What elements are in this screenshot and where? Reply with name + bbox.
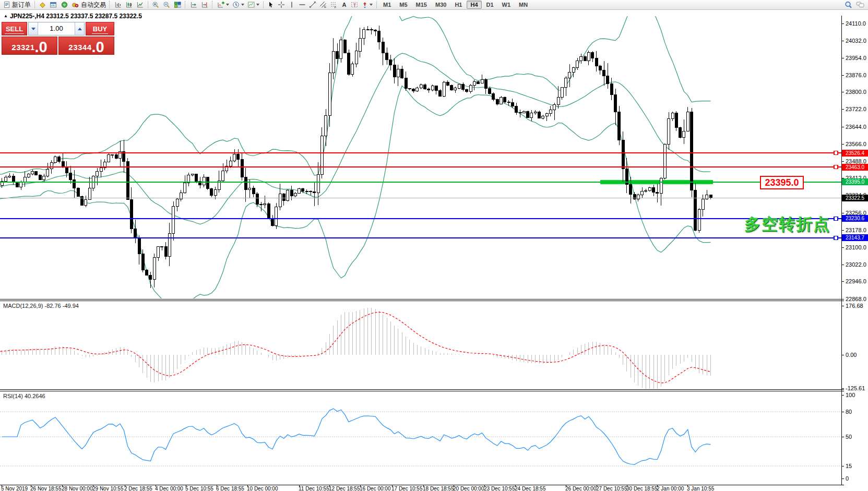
- bar-chart-icon[interactable]: [113, 1, 123, 9]
- time-axis-label: 6 Dec 18:55: [216, 486, 244, 491]
- equidistant-channel-icon[interactable]: E: [318, 1, 328, 9]
- crosshair-icon[interactable]: [277, 1, 286, 9]
- new-order-button[interactable]: 新订单: [2, 1, 32, 9]
- time-axis-label: 24 Dec 18:55: [515, 486, 546, 491]
- timeframe-button-MN[interactable]: MN: [515, 1, 531, 9]
- dropdown-caret-icon: [256, 4, 259, 6]
- main-toolbar: 新订单 自动交易 E F A T M1M5M15M30H1H4D1W1MN: [0, 0, 868, 10]
- candlestick-chart-icon[interactable]: [124, 1, 134, 9]
- caret-down-icon: [31, 28, 35, 30]
- zoom-in-icon[interactable]: [151, 1, 161, 9]
- toolbar-grip: [185, 1, 187, 8]
- periods-button[interactable]: [231, 1, 245, 9]
- toolbar-separator: [148, 1, 148, 8]
- buy-price-int: 23344: [68, 43, 91, 51]
- toolbar-grip: [109, 1, 111, 8]
- timeframe-button-W1[interactable]: W1: [498, 1, 515, 9]
- zoom-out-icon[interactable]: [162, 1, 172, 9]
- time-axis-label: 18 Dec 18:55: [423, 486, 454, 491]
- dropdown-caret-icon: [241, 4, 244, 6]
- svg-text:F: F: [335, 6, 337, 9]
- price-axis-labels: 24110.024032.023954.023876.023800.023722…: [846, 20, 866, 482]
- market-watch-icon[interactable]: [49, 1, 58, 9]
- time-axis-label: 27 Dec 10:55: [596, 486, 627, 491]
- text-icon[interactable]: A: [339, 1, 349, 9]
- auto-scroll-icon[interactable]: [189, 1, 199, 9]
- timeframe-button-M30[interactable]: M30: [432, 1, 450, 9]
- trade-panel-price-row: 23321.0 23344.0: [2, 37, 114, 55]
- price-callout-label[interactable]: 23395.0: [760, 176, 804, 189]
- time-axis-label: 11 Dec 10:55: [299, 486, 329, 491]
- timeframe-button-D1[interactable]: D1: [483, 1, 497, 9]
- caret-up-icon: [78, 28, 82, 30]
- time-axis-label: 29 Nov 10:55: [92, 486, 124, 491]
- volume-input[interactable]: 1.00: [38, 22, 75, 35]
- arrows-button[interactable]: [360, 1, 374, 9]
- svg-text:23722.0: 23722.0: [846, 106, 866, 112]
- templates-button[interactable]: [246, 1, 260, 9]
- chart-title-text: JPN225-,H4 23312.5 23337.5 23287.5 23322…: [10, 13, 142, 20]
- time-axis-label: 10 Dec 00:00: [247, 486, 278, 491]
- search-icon[interactable]: [843, 1, 854, 9]
- svg-text:23800.0: 23800.0: [846, 89, 866, 95]
- time-axis-label: 12 Dec 18:55: [329, 486, 360, 491]
- time-axis-label: 20 Dec 00:00: [453, 486, 484, 491]
- volume-decrease-button[interactable]: [29, 22, 38, 35]
- sell-price-button[interactable]: 23321.0: [2, 37, 57, 55]
- buy-button[interactable]: BUY: [86, 22, 114, 35]
- chat-icon[interactable]: [855, 1, 866, 9]
- price-line-tag: 23463.0: [842, 164, 868, 171]
- tile-windows-icon[interactable]: [173, 1, 183, 9]
- new-order-label: 新订单: [12, 1, 31, 9]
- svg-text:-125.61: -125.61: [846, 385, 865, 391]
- auto-trading-button[interactable]: 自动交易: [70, 1, 107, 9]
- time-axis-label: 5 Nov 2019: [1, 486, 28, 491]
- volume-increase-button[interactable]: [75, 22, 84, 35]
- indicators-icon: [217, 1, 225, 8]
- svg-text:23022.0: 23022.0: [846, 261, 866, 268]
- timeframe-button-H1[interactable]: H1: [451, 1, 466, 9]
- chart-shift-icon[interactable]: [200, 1, 210, 9]
- indicators-button[interactable]: [216, 1, 230, 9]
- buy-price-button[interactable]: 23344.0: [58, 37, 114, 55]
- svg-text:23178.0: 23178.0: [846, 227, 866, 233]
- svg-text:24032.0: 24032.0: [846, 38, 866, 44]
- svg-text:24110.0: 24110.0: [846, 20, 866, 27]
- vertical-line-icon[interactable]: [287, 1, 296, 9]
- svg-text:176.68: 176.68: [846, 303, 863, 309]
- time-axis-label: 30 Dec 18:55: [626, 486, 658, 491]
- mt4-terminal: { "toolbar": { "new_order_label": "新订单",…: [0, 0, 868, 491]
- svg-text:0: 0: [846, 475, 849, 482]
- toolbar-separator: [263, 1, 264, 8]
- dropdown-caret-icon: [370, 4, 373, 6]
- turning-point-annotation: 多空转折点: [744, 213, 830, 235]
- buy-price-dec: .0: [92, 41, 104, 54]
- svg-text:22946.0: 22946.0: [846, 278, 866, 284]
- profiles-icon[interactable]: [38, 1, 47, 9]
- time-axis-label: 17 Dec 10:55: [391, 486, 423, 491]
- sell-price-int: 23321: [11, 43, 34, 51]
- horizontal-line-icon[interactable]: [298, 1, 307, 9]
- time-axis-label: 28 Nov 00:00: [62, 486, 93, 491]
- timeframe-button-H4[interactable]: H4: [467, 1, 481, 9]
- signals-icon[interactable]: [60, 1, 69, 9]
- timeframe-button-M1[interactable]: M1: [379, 1, 395, 9]
- time-axis-label: 26 Dec 00:00: [565, 486, 597, 491]
- sell-button-label: SELL: [5, 25, 24, 34]
- chart-title: ▲JPN225-,H4 23312.5 23337.5 23287.5 2332…: [4, 13, 142, 20]
- text-label-icon[interactable]: T: [350, 1, 359, 9]
- candlesticks: [0, 26, 712, 288]
- sell-price-dec: .0: [35, 41, 47, 54]
- chart-title-marker-icon: ▲: [4, 14, 8, 18]
- timeframe-button-M5[interactable]: M5: [396, 1, 411, 9]
- line-chart-icon[interactable]: [135, 1, 145, 9]
- templates-icon: [247, 1, 255, 8]
- svg-text:T: T: [353, 3, 356, 8]
- cursor-icon[interactable]: [266, 1, 276, 9]
- buy-button-label: BUY: [92, 25, 108, 34]
- fibonacci-icon[interactable]: F: [329, 1, 338, 9]
- sell-button[interactable]: SELL: [2, 22, 27, 35]
- trendline-icon[interactable]: [308, 1, 317, 9]
- one-click-trading-panel: SELL 1.00 BUY 23321.0 23344.0: [2, 22, 114, 55]
- timeframe-button-M15[interactable]: M15: [412, 1, 431, 9]
